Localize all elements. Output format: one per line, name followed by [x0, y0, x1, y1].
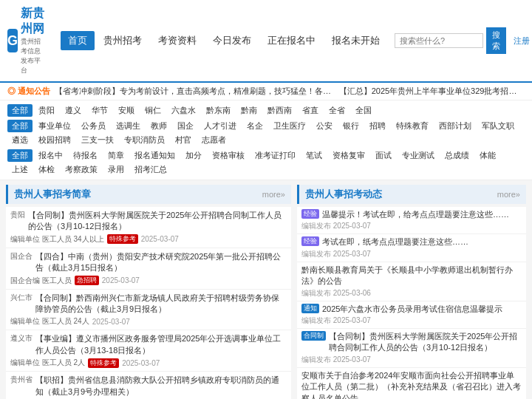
notice-label: ◎ 通知公告: [7, 86, 50, 97]
filter-tag[interactable]: 村官: [171, 134, 196, 146]
right-news-title[interactable]: 温馨提示！考试在即，给考点点理题要注意这些……: [322, 209, 522, 220]
right-news-meta: 编辑发布 2025-03-07: [301, 355, 522, 365]
left-section-more[interactable]: more»: [262, 190, 285, 199]
filter-tag[interactable]: 招聘: [365, 120, 390, 132]
right-section-header: 贵州人事招考动态 more»: [297, 185, 526, 204]
right-news-top: 通知 2025年六盘水市公务员录用考试住宿信息温馨提示: [301, 304, 522, 315]
filter-tag[interactable]: 志愿者: [197, 134, 231, 146]
filter-tag[interactable]: 待报名: [69, 149, 102, 162]
filter-tag[interactable]: 报名中: [34, 149, 67, 162]
right-section-title: 贵州人事招考动态: [305, 188, 382, 201]
news-meta: 编辑单位 医工人员 24人 2025-03-07: [10, 316, 287, 327]
filter-tag[interactable]: 校园招聘: [34, 134, 75, 146]
news-title[interactable]: 【四合】中南（贵州）贵阳安产技术研究院2025年第一批公开招聘公告（截止3月15…: [35, 251, 287, 274]
news-tag2: 特殊参考: [88, 358, 119, 368]
filter-tag[interactable]: 西部计划: [434, 120, 476, 132]
nav-item[interactable]: 今日发布: [205, 31, 259, 50]
news-item: 国企合 【四合】中南（贵州）贵阳安产技术研究院2025年第一批公开招聘公告（截止…: [6, 248, 291, 290]
filter-tag[interactable]: 全部: [7, 149, 33, 162]
filter-tag[interactable]: 加分: [181, 149, 206, 162]
news-title[interactable]: 【事业编】遵义市播州区政务服务管理局2025年公开选调事业单位工作人员公告（3月…: [35, 333, 287, 356]
nav-item[interactable]: 正在报名中: [260, 31, 323, 50]
right-news-top: 合同制 【合同制】贵州医科大学附属医院关于2025年公开招聘合同制工作人员的公告…: [301, 331, 522, 354]
filter-tag[interactable]: 招考汇总: [130, 163, 171, 176]
filter-tag[interactable]: 笔试: [301, 149, 327, 162]
filter-tag[interactable]: 体检: [34, 163, 59, 176]
right-news-title[interactable]: 考试在即，纸考点点理题要注意这些……: [322, 236, 522, 248]
right-news-top: 黔南长顺县教育局关于《长顺县中小学教师退出机制暂行办法》的公告: [301, 265, 522, 287]
filter-tag[interactable]: 公务员: [77, 120, 110, 132]
filter-tag[interactable]: 贵阳: [34, 104, 59, 117]
filter-tag[interactable]: 安顺: [114, 104, 139, 117]
filter-tag[interactable]: 体能: [475, 149, 500, 162]
filter-tag[interactable]: 遵义: [61, 104, 86, 117]
filter-tag[interactable]: 全国: [351, 104, 376, 117]
nav-item[interactable]: 贵州招考: [96, 31, 149, 50]
right-news-tag: 通知: [301, 304, 319, 313]
filter-tag[interactable]: 全部: [7, 120, 33, 132]
filter-tag[interactable]: 黔东南: [202, 104, 235, 117]
filter-tag[interactable]: 总成绩: [440, 149, 474, 162]
filter-tag[interactable]: 银行: [338, 120, 364, 132]
right-news-meta: 编辑发布 2025-03-07: [301, 249, 522, 259]
filter-tag[interactable]: 特殊教育: [392, 120, 433, 132]
filter-tag[interactable]: 专职消防员: [120, 134, 169, 146]
filter-tag[interactable]: 名企: [242, 120, 267, 132]
filter-tag[interactable]: 省直: [298, 104, 323, 117]
right-news-title[interactable]: 黔南长顺县教育局关于《长顺县中小学教师退出机制暂行办法》的公告: [301, 265, 522, 287]
right-news-title[interactable]: 2025年六盘水市公务员录用考试住宿信息温馨提示: [322, 304, 522, 315]
filter-tag[interactable]: 资格审核: [208, 149, 249, 162]
news-item: 遵义市 【事业编】遵义市播州区政务服务管理局2025年公开选调事业单位工作人员公…: [6, 330, 291, 372]
filter-tag[interactable]: 公安: [312, 120, 337, 132]
filter-tag[interactable]: 事业单位: [34, 120, 75, 132]
filter-tag[interactable]: 全部: [7, 104, 33, 117]
filter-tag[interactable]: 全省: [324, 104, 349, 117]
right-news-title[interactable]: 【合同制】贵州医科大学附属医院关于2025年公开招聘合同制工作人员的公告（3月1…: [329, 331, 522, 354]
filter-tag[interactable]: 考察政策: [61, 163, 102, 176]
filter-tag[interactable]: 准考证打印: [250, 149, 300, 162]
news-title[interactable]: 【职招】贵州省信息县消防救大队公开招聘乡镇政府专职消防员的通知（截止3月9号办理…: [35, 375, 287, 398]
right-news-item: 合同制 【合同制】贵州医科大学附属医院关于2025年公开招聘合同制工作人员的公告…: [297, 329, 526, 368]
filter-tag[interactable]: 人才引进: [200, 120, 241, 132]
news-title[interactable]: 【合同制】黔西南州兴仁市新龙场镇人民政府关于招聘村级劳务协保障协管员的公告（截止…: [35, 293, 287, 316]
filter-tag[interactable]: 华节: [87, 104, 112, 117]
filter-tag[interactable]: 铜仁: [140, 104, 166, 117]
filter-tag[interactable]: 专业测试: [398, 149, 439, 162]
news-meta: 编辑单位 医工人员 2人 特殊参考 2025-03-07: [10, 358, 287, 368]
news-tag2: 急招聘: [75, 276, 99, 285]
news-item-top: 国企合 【四合】中南（贵州）贵阳安产技术研究院2025年第一批公开招聘公告（截止…: [10, 251, 287, 274]
filter-tag[interactable]: 报名通知知: [130, 149, 180, 162]
filter-tag[interactable]: 教师: [146, 120, 171, 132]
nav-item[interactable]: 报名未开始: [324, 31, 387, 50]
news-item-top: 贵州省 【职招】贵州省信息县消防救大队公开招聘乡镇政府专职消防员的通知（截止3月…: [10, 375, 287, 398]
news-source: 遵义市: [10, 333, 33, 344]
filter-tag[interactable]: 录用: [103, 163, 129, 176]
filter-tag[interactable]: 遴选: [7, 134, 33, 146]
filter-tag[interactable]: 六盘水: [167, 104, 200, 117]
filter-tag[interactable]: 黔西南: [263, 104, 296, 117]
right-news-meta: 编辑发布 2025-03-06: [301, 288, 522, 299]
filter-tag[interactable]: 选调生: [112, 120, 145, 132]
filter-tag[interactable]: 卫生医疗: [269, 120, 310, 132]
right-section-more[interactable]: more»: [497, 190, 520, 199]
filter-tag[interactable]: 面试: [371, 149, 396, 162]
filter-tag[interactable]: 简章: [103, 149, 129, 162]
notice-item-2[interactable]: 【汇总】2025年贵州上半年事业单位329批考招考公告，持: [339, 86, 525, 97]
filter-tag[interactable]: 国企: [173, 120, 198, 132]
search-input[interactable]: [395, 33, 483, 48]
nav-item[interactable]: 考资资料: [151, 31, 204, 50]
auth-links: 注册 / 登录: [514, 35, 532, 47]
filter-tag[interactable]: 黔南: [236, 104, 262, 117]
filter-tag[interactable]: 上述: [7, 163, 33, 176]
news-title[interactable]: 【合同制】贵州医科大学附属医院关于2025年公开招聘合同制工作人员的公告（3月1…: [28, 210, 287, 233]
main-content: 贵州人事招考简章 more» 贵阳 【合同制】贵州医科大学附属医院关于2025年…: [0, 180, 532, 399]
right-news-title[interactable]: 安顺市关于自治参考2024年安顺市面向社会公开招聘事业单位工作人员（第二批）（补…: [301, 370, 522, 399]
nav-item[interactable]: 首页: [61, 31, 95, 50]
filter-tag[interactable]: 三支一扶: [77, 134, 118, 146]
filter-tag[interactable]: 军队文职: [477, 120, 519, 132]
notice-item-1[interactable]: 【省考冲刺阶段】专为考前设计，直击高频考点，精准刷题，技巧猛垒！各地开招中……: [55, 86, 335, 97]
filter-tag[interactable]: 资格复审: [328, 149, 369, 162]
filter-row-2: 全部事业单位公务员选调生教师国企人才引进名企卫生医疗公安银行招聘特殊教育西部计划…: [7, 118, 525, 148]
auth-link[interactable]: 注册 / 登录: [514, 36, 532, 45]
search-button[interactable]: 搜索: [486, 27, 506, 54]
